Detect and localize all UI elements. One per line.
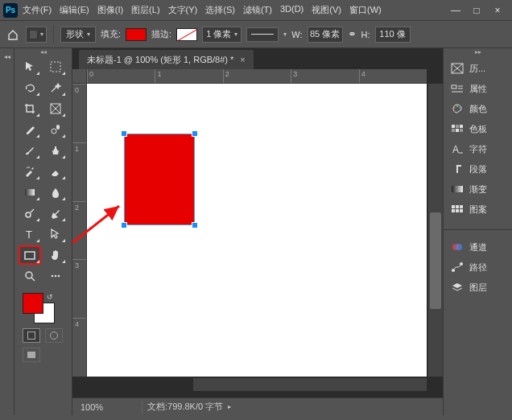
- maximize-button[interactable]: □: [472, 5, 481, 16]
- canvas[interactable]: [87, 84, 427, 377]
- handle-tr[interactable]: [192, 130, 198, 137]
- tool-hand[interactable]: [45, 246, 66, 264]
- tool-marquee[interactable]: [45, 58, 66, 76]
- toolbox-collapse[interactable]: ◂◂: [14, 48, 72, 55]
- shape-mode-dropdown[interactable]: 形状 ▾: [60, 27, 96, 43]
- panel-color[interactable]: 颜色: [447, 100, 509, 117]
- tool-spot-heal[interactable]: [45, 121, 66, 138]
- menu-select[interactable]: 选择(S): [205, 4, 235, 16]
- panel-paragraph[interactable]: 段落: [447, 160, 509, 178]
- resize-grip[interactable]: [0, 415, 512, 420]
- standard-mode-icon[interactable]: [23, 328, 40, 343]
- foreground-color[interactable]: [23, 293, 43, 314]
- tool-eraser[interactable]: [45, 163, 66, 180]
- menu-file[interactable]: 文件(F): [23, 4, 52, 16]
- handle-tl[interactable]: [121, 130, 127, 137]
- ruler-tick: 1: [155, 69, 222, 83]
- swap-colors-icon[interactable]: ↺: [47, 293, 53, 301]
- menu-layer[interactable]: 图层(L): [131, 4, 159, 16]
- zoom-level[interactable]: 100%: [72, 402, 137, 412]
- main-area: ◂◂ ◂◂ T ↺ 未标题-1 @ 1: [0, 48, 512, 415]
- ruler-horizontal[interactable]: 01234: [87, 69, 427, 84]
- svg-point-4: [52, 129, 56, 134]
- scrollbar-horizontal[interactable]: [193, 378, 427, 391]
- panel-history[interactable]: 历...: [447, 60, 509, 77]
- tool-frame[interactable]: [45, 100, 66, 117]
- svg-rect-25: [452, 125, 455, 128]
- panel-layers[interactable]: 图层: [447, 278, 509, 296]
- svg-rect-18: [452, 85, 456, 89]
- width-input[interactable]: [308, 27, 343, 43]
- svg-rect-35: [456, 205, 459, 208]
- scroll-thumb[interactable]: [430, 212, 441, 309]
- tool-dodge[interactable]: [19, 204, 40, 222]
- close-tab-icon[interactable]: ×: [240, 55, 245, 64]
- canvas-wrap: 01234 01234: [72, 69, 443, 397]
- tool-rectangle[interactable]: [19, 246, 40, 264]
- menu-image[interactable]: 图像(I): [97, 4, 123, 16]
- home-button[interactable]: [5, 27, 21, 43]
- ruler-tick: 0: [72, 84, 86, 142]
- ruler-tick: 4: [359, 69, 427, 83]
- info-menu-icon[interactable]: ▸: [228, 403, 231, 410]
- tool-move[interactable]: [19, 58, 40, 76]
- tool-preset-picker[interactable]: ▾: [26, 27, 47, 43]
- minimize-button[interactable]: —: [451, 5, 460, 16]
- svg-rect-29: [456, 129, 459, 132]
- tool-blur[interactable]: [45, 183, 66, 201]
- stroke-width-input[interactable]: 1 像素 ▾: [202, 27, 242, 43]
- tool-zoom[interactable]: [19, 267, 40, 285]
- tool-pen[interactable]: [45, 204, 66, 222]
- tool-magic-wand[interactable]: [45, 79, 66, 97]
- tool-more[interactable]: [45, 267, 66, 285]
- tool-history-brush[interactable]: [19, 163, 40, 180]
- document-tab[interactable]: 未标题-1 @ 100% (矩形 1, RGB/8#) * ×: [79, 50, 254, 69]
- svg-point-23: [456, 105, 458, 107]
- link-wh-icon[interactable]: ⚭: [348, 28, 357, 40]
- panel-patterns[interactable]: 图案: [447, 200, 509, 218]
- menu-3d[interactable]: 3D(D): [280, 4, 303, 16]
- properties-icon: [450, 82, 465, 95]
- tool-type[interactable]: T: [19, 225, 40, 243]
- separator: [53, 26, 54, 43]
- shape-rectangle[interactable]: [124, 134, 195, 225]
- svg-point-13: [52, 275, 54, 278]
- panel-gradient[interactable]: 渐变: [447, 180, 509, 198]
- scrollbar-vertical[interactable]: [428, 84, 443, 377]
- tool-lasso[interactable]: [19, 79, 40, 97]
- panel-channels[interactable]: 通道: [447, 238, 509, 256]
- menu-edit[interactable]: 编辑(E): [60, 4, 89, 16]
- tool-gradient[interactable]: [19, 183, 40, 201]
- panel-swatches[interactable]: 色板: [447, 120, 509, 138]
- menubar: Ps 文件(F) 编辑(E) 图像(I) 图层(L) 文字(Y) 选择(S) 滤…: [0, 0, 512, 21]
- handle-br[interactable]: [192, 222, 198, 229]
- panel-collapse[interactable]: ▸▸: [444, 48, 512, 56]
- fill-color-picker[interactable]: [126, 28, 147, 41]
- panel-paths[interactable]: 路径: [447, 258, 509, 276]
- screen-mode-icon[interactable]: [23, 348, 40, 362]
- tool-clone[interactable]: [45, 142, 66, 159]
- stroke-style-dropdown[interactable]: [246, 27, 279, 42]
- panel-character[interactable]: A字符: [447, 140, 509, 158]
- quickmask-mode-icon[interactable]: [45, 328, 63, 343]
- tool-path-sel[interactable]: [45, 225, 66, 243]
- menu-filter[interactable]: 滤镜(T): [243, 4, 272, 16]
- annotation-arrow: [72, 198, 130, 262]
- height-input[interactable]: [375, 27, 411, 43]
- chevron-down-icon: ▾: [283, 31, 287, 38]
- close-button[interactable]: ×: [493, 5, 502, 16]
- menu-view[interactable]: 视图(V): [312, 4, 341, 16]
- tool-eyedropper[interactable]: [19, 121, 40, 138]
- document-info[interactable]: 文档:799.8K/0 字节: [147, 401, 223, 413]
- tool-crop[interactable]: [19, 100, 40, 117]
- menu-type[interactable]: 文字(Y): [168, 4, 198, 16]
- options-bar: ▾ 形状 ▾ 填充: 描边: 1 像素 ▾ ▾ W: ⚭ H:: [0, 21, 512, 48]
- menu-window[interactable]: 窗口(W): [349, 4, 382, 16]
- paths-icon: [450, 261, 465, 274]
- document-area: 未标题-1 @ 100% (矩形 1, RGB/8#) * × 01234 01…: [72, 48, 443, 415]
- stroke-color-picker[interactable]: [176, 28, 197, 41]
- tool-brush[interactable]: [19, 142, 40, 159]
- collapse-left[interactable]: ◂◂: [0, 48, 14, 415]
- panel-properties[interactable]: 属性: [447, 80, 509, 97]
- toolbox: ◂◂ T ↺: [14, 48, 72, 415]
